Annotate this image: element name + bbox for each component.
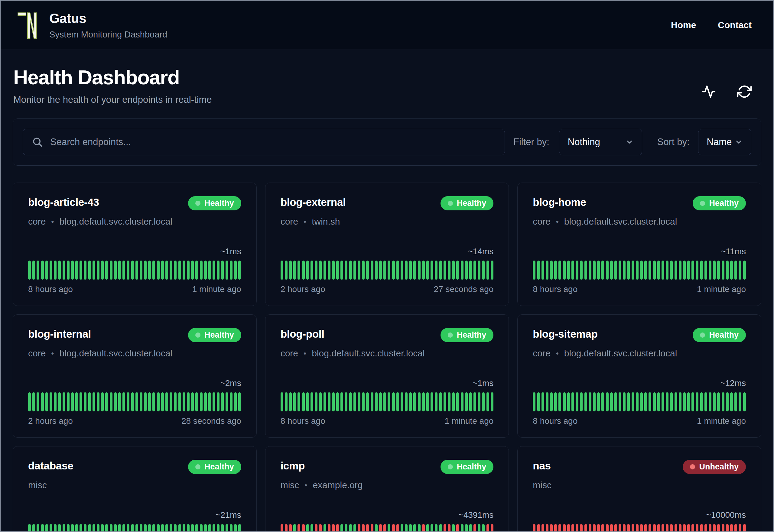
uptime-bar[interactable] [461,392,463,411]
uptime-bar[interactable] [444,524,446,532]
uptime-bar[interactable] [722,524,724,532]
uptime-bar[interactable] [597,261,600,280]
uptime-bar[interactable] [118,524,121,532]
uptime-bar[interactable] [700,392,703,411]
uptime-bar[interactable] [161,261,164,280]
uptime-bar[interactable] [200,392,203,411]
uptime-bar[interactable] [88,392,91,411]
uptime-bar[interactable] [691,392,694,411]
uptime-bar[interactable] [662,261,664,280]
uptime-bar[interactable] [653,261,656,280]
uptime-bar[interactable] [593,261,596,280]
uptime-bar[interactable] [340,524,343,532]
uptime-bar[interactable] [358,261,360,280]
uptime-bar[interactable] [118,261,121,280]
uptime-bar[interactable] [563,392,566,411]
uptime-bar[interactable] [80,392,82,411]
uptime-bar[interactable] [623,261,626,280]
uptime-bar[interactable] [623,392,626,411]
uptime-bar[interactable] [285,524,288,532]
endpoint-card[interactable]: icmp Healthy misc • example.org ~4391ms … [265,446,509,532]
uptime-bar[interactable] [45,392,48,411]
uptime-bar[interactable] [157,524,160,532]
uptime-bar[interactable] [174,524,177,532]
uptime-bar[interactable] [580,524,583,532]
uptime-bar[interactable] [722,261,724,280]
uptime-bar[interactable] [491,392,493,411]
uptime-bar[interactable] [135,524,138,532]
uptime-bar[interactable] [584,392,587,411]
uptime-bar[interactable] [315,392,317,411]
uptime-bar[interactable] [349,524,352,532]
uptime-bar[interactable] [379,392,382,411]
uptime-bar[interactable] [281,261,283,280]
uptime-bar[interactable] [41,524,44,532]
uptime-bar[interactable] [84,261,86,280]
uptime-bar[interactable] [302,524,305,532]
uptime-bar[interactable] [37,261,39,280]
uptime-bar[interactable] [187,524,190,532]
uptime-bar[interactable] [110,392,112,411]
uptime-bar[interactable] [80,524,82,532]
uptime-bar[interactable] [371,261,373,280]
uptime-bar[interactable] [105,524,108,532]
uptime-bar[interactable] [666,261,668,280]
uptime-bar[interactable] [170,524,172,532]
uptime-bar[interactable] [114,392,117,411]
uptime-bar[interactable] [366,524,369,532]
uptime-bar[interactable] [533,392,535,411]
uptime-bar[interactable] [614,261,617,280]
uptime-bars[interactable] [533,524,746,532]
uptime-bar[interactable] [131,524,134,532]
uptime-bar[interactable] [558,392,561,411]
uptime-bar[interactable] [448,261,450,280]
uptime-bar[interactable] [679,392,681,411]
uptime-bar[interactable] [644,261,647,280]
uptime-bar[interactable] [473,392,476,411]
uptime-bar[interactable] [734,261,737,280]
uptime-bar[interactable] [302,392,305,411]
uptime-bar[interactable] [315,524,317,532]
uptime-bar[interactable] [234,392,237,411]
uptime-bar[interactable] [84,392,86,411]
uptime-bar[interactable] [422,524,425,532]
uptime-bar[interactable] [41,392,44,411]
uptime-bar[interactable] [178,261,181,280]
uptime-bar[interactable] [392,524,395,532]
uptime-bar[interactable] [571,392,574,411]
uptime-bar[interactable] [200,261,203,280]
uptime-bar[interactable] [324,261,326,280]
endpoint-card[interactable]: database Healthy misc ~21ms 8 hours ago … [13,446,257,532]
uptime-bar[interactable] [426,261,429,280]
uptime-bar[interactable] [165,524,168,532]
uptime-bar[interactable] [144,392,147,411]
uptime-bar[interactable] [379,524,382,532]
uptime-bar[interactable] [550,524,553,532]
uptime-bar[interactable] [734,524,737,532]
uptime-bar[interactable] [413,261,416,280]
uptime-bar[interactable] [409,392,412,411]
uptime-bar[interactable] [567,392,570,411]
uptime-bar[interactable] [580,261,583,280]
uptime-bar[interactable] [328,524,330,532]
uptime-bar[interactable] [152,261,155,280]
uptime-bar[interactable] [195,524,198,532]
uptime-bar[interactable] [627,261,630,280]
uptime-bar[interactable] [730,524,733,532]
uptime-bar[interactable] [632,392,634,411]
uptime-bar[interactable] [456,524,459,532]
uptime-bar[interactable] [293,261,296,280]
uptime-bar[interactable] [388,392,390,411]
uptime-bar[interactable] [584,524,587,532]
uptime-bar[interactable] [734,392,737,411]
uptime-bar[interactable] [675,392,677,411]
uptime-bar[interactable] [71,261,74,280]
uptime-bar[interactable] [41,261,44,280]
uptime-bar[interactable] [285,261,288,280]
uptime-bar[interactable] [644,392,647,411]
uptime-bar[interactable] [332,261,335,280]
uptime-bar[interactable] [157,261,160,280]
uptime-bar[interactable] [444,261,446,280]
uptime-bar[interactable] [418,261,421,280]
uptime-bar[interactable] [362,524,365,532]
